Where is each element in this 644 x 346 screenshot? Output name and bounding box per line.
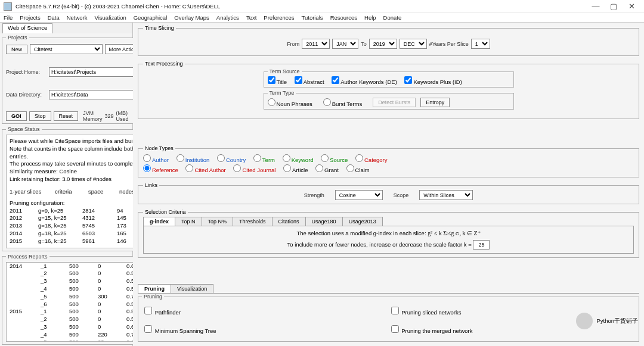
tab-topnpct[interactable]: Top N%: [202, 217, 234, 226]
to-year-combo[interactable]: 2019: [369, 39, 397, 49]
right-panel: Time Slicing From 2011 JAN To 2019 DEC #…: [133, 23, 644, 346]
gindex-formula: g² ≤ k Σᵢ≤g cᵢ, k ∈ Z⁺: [428, 230, 480, 236]
menu-tutorials[interactable]: Tutorials: [302, 14, 323, 21]
radio-source[interactable]: Source: [321, 157, 348, 163]
text-processing-group: Text Processing Term Source Title Abstra…: [138, 61, 639, 119]
radio-institution[interactable]: Institution: [177, 157, 210, 163]
checkbox-title[interactable]: Title: [268, 79, 287, 85]
stop-button[interactable]: Stop: [29, 111, 51, 121]
tab-usage2013[interactable]: Usage2013: [342, 217, 383, 226]
checkbox-author-keywords[interactable]: Author Keywords (DE): [332, 79, 397, 85]
radio-term[interactable]: Term: [253, 157, 275, 163]
to-label: To: [361, 41, 367, 47]
app-icon: [4, 2, 12, 11]
menu-data[interactable]: Data: [48, 14, 60, 21]
scale-factor-desc: To include more or fewer nodes, increase…: [287, 241, 472, 248]
data-directory-label: Data Directory:: [6, 92, 47, 98]
radio-category[interactable]: Category: [355, 157, 388, 163]
entropy-button[interactable]: Entropy: [420, 98, 450, 107]
scope-label: Scope: [394, 192, 409, 198]
radio-article[interactable]: Article: [283, 167, 308, 173]
menu-network[interactable]: Network: [67, 14, 88, 21]
checkbox-merged[interactable]: Pruning the merged network: [391, 328, 473, 334]
radio-reference[interactable]: Reference: [143, 167, 178, 173]
radio-noun-phrases[interactable]: Noun Phrases: [268, 98, 312, 107]
selection-criteria-legend: Selection Criteria: [143, 209, 188, 215]
close-icon[interactable]: ✕: [623, 1, 640, 13]
time-slicing-legend: Time Slicing: [143, 25, 176, 31]
menu-projects[interactable]: Projects: [20, 14, 40, 21]
tab-visualization[interactable]: Visualization: [171, 284, 213, 293]
tab-thresholds[interactable]: Thresholds: [233, 217, 273, 226]
title-bar: CiteSpace 5.7.R2 (64-bit) - (c) 2003-202…: [0, 0, 644, 13]
radio-cited-journal[interactable]: Cited Journal: [233, 167, 275, 173]
radio-keyword[interactable]: Keyword: [283, 157, 314, 163]
jvm-memory-unit: (MB) Used: [116, 110, 131, 122]
checkbox-abstract[interactable]: Abstract: [295, 79, 324, 85]
process-reports-legend: Process Reports: [6, 254, 49, 260]
tab-web-of-science[interactable]: Web of Science: [2, 23, 52, 33]
radio-claim[interactable]: Claim: [346, 167, 370, 173]
checkbox-sliced[interactable]: Pruning sliced networks: [391, 309, 462, 316]
menu-analytics[interactable]: Analytics: [216, 14, 239, 21]
checkbox-pathfinder[interactable]: Pathfinder: [144, 309, 181, 316]
scale-factor-field[interactable]: [473, 240, 490, 250]
menu-text[interactable]: Text: [246, 14, 256, 21]
strength-combo[interactable]: Cosine: [335, 190, 383, 200]
menu-bar: File Projects Data Network Visualization…: [0, 13, 644, 23]
maximize-icon[interactable]: ▢: [605, 1, 623, 13]
menu-geographical[interactable]: Geographical: [134, 14, 168, 21]
links-legend: Links: [143, 182, 159, 188]
from-year-combo[interactable]: 2011: [302, 39, 330, 49]
menu-donate[interactable]: Donate: [383, 14, 402, 21]
tab-topn[interactable]: Top N: [175, 217, 202, 226]
projects-group: Projects New Citetest More Actions ... P…: [2, 35, 151, 124]
term-type-legend: Term Type: [268, 90, 296, 96]
node-types-group: Node Types Author Institution Country Te…: [138, 145, 639, 177]
menu-overlay-maps[interactable]: Overlay Maps: [174, 14, 209, 21]
left-panel: Web of Science Projects New Citetest Mor…: [0, 23, 133, 346]
checkbox-keywords-plus[interactable]: Keywords Plus (ID): [404, 79, 462, 85]
project-home-label: Project Home:: [6, 69, 47, 75]
tab-usage180[interactable]: Usage180: [305, 217, 343, 226]
node-types-legend: Node Types: [143, 145, 175, 151]
window-title: CiteSpace 5.7.R2 (64-bit) - (c) 2003-202…: [16, 3, 220, 10]
strength-label: Strength: [304, 192, 324, 198]
projects-legend: Projects: [6, 35, 29, 40]
from-month-combo[interactable]: JAN: [332, 39, 358, 49]
scope-combo[interactable]: Within Slices: [419, 190, 473, 200]
menu-help[interactable]: Help: [364, 14, 376, 21]
radio-country[interactable]: Country: [217, 157, 246, 163]
checkbox-mst[interactable]: Minimum Spanning Tree: [144, 328, 216, 334]
jvm-memory-label: JVM Memory: [83, 110, 103, 122]
radio-author[interactable]: Author: [143, 157, 169, 163]
project-name-combo[interactable]: Citetest: [30, 44, 103, 54]
term-source-legend: Term Source: [268, 68, 302, 74]
jvm-memory-val: 329: [105, 113, 114, 119]
radio-grant[interactable]: Grant: [315, 167, 339, 173]
project-home-field[interactable]: [49, 67, 147, 77]
years-per-slice-label: #Years Per Slice: [429, 41, 469, 47]
minimize-icon[interactable]: —: [587, 1, 605, 13]
menu-visualization[interactable]: Visualization: [95, 14, 126, 21]
time-slicing-group: Time Slicing From 2011 JAN To 2019 DEC #…: [138, 25, 639, 56]
menu-file[interactable]: File: [4, 14, 13, 21]
menu-resources[interactable]: Resources: [330, 14, 357, 21]
tab-citations[interactable]: Citations: [272, 217, 306, 226]
radio-burst-terms[interactable]: Burst Terms: [323, 98, 363, 107]
tab-pruning[interactable]: Pruning: [138, 284, 171, 293]
pruning-group: Pruning Pathfinder Minimum Spanning Tree…: [138, 294, 639, 342]
data-directory-field[interactable]: [49, 90, 147, 99]
menu-preferences[interactable]: Preferences: [264, 14, 294, 21]
selection-criteria-group: Selection Criteria g-index Top N Top N% …: [138, 209, 639, 258]
term-source-group: Term Source Title Abstract Author Keywor…: [264, 68, 514, 88]
to-month-combo[interactable]: DEC: [400, 39, 427, 49]
text-processing-legend: Text Processing: [143, 61, 185, 67]
years-per-slice-combo[interactable]: 1: [471, 39, 490, 49]
reset-button[interactable]: Reset: [54, 111, 79, 121]
space-status-legend: Space Status: [6, 126, 42, 132]
new-button[interactable]: New: [6, 45, 27, 54]
go-button[interactable]: GO!: [6, 111, 27, 121]
radio-cited-author[interactable]: Cited Author: [185, 167, 225, 173]
tab-gindex[interactable]: g-index: [143, 217, 175, 226]
